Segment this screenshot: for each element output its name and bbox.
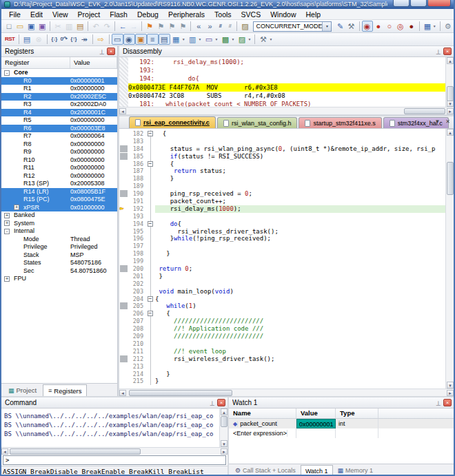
command-window-icon[interactable]: ▭ — [112, 34, 123, 45]
scroll-left-icon[interactable]: ◄ — [119, 108, 126, 114]
analysis-window-dropdown-icon[interactable]: ▼ — [232, 37, 235, 41]
target-select[interactable]: CONCURRENT_MODE▼ — [253, 21, 332, 32]
disassembly-window-icon[interactable]: ◉ — [123, 34, 135, 45]
line-margin[interactable] — [119, 371, 129, 378]
window-select-icon[interactable]: ▦ — [422, 21, 433, 32]
column-type[interactable]: Type — [336, 408, 378, 418]
cut-icon[interactable]: ✂ — [52, 21, 63, 32]
editor-vscrollbar[interactable]: ▲ ▼ — [445, 129, 454, 389]
fold-gutter[interactable] — [147, 167, 155, 175]
scroll-up-icon[interactable]: ▲ — [221, 408, 228, 415]
line-margin[interactable] — [119, 296, 129, 303]
fold-gutter[interactable] — [147, 205, 155, 213]
serial-window-dropdown-icon[interactable]: ▼ — [215, 37, 219, 41]
system-viewer-icon[interactable]: ▨ — [236, 34, 247, 45]
navigate-forward-icon[interactable]: → — [128, 21, 139, 32]
fold-collapse-icon[interactable]: − — [148, 131, 153, 136]
menu-edit[interactable]: Edit — [26, 10, 48, 19]
fold-collapse-icon[interactable]: − — [148, 161, 153, 167]
fold-gutter[interactable] — [147, 340, 155, 348]
redo-icon[interactable]: ↷ — [101, 21, 112, 32]
scroll-right-icon[interactable]: ► — [221, 448, 228, 455]
fold-gutter[interactable] — [147, 235, 155, 242]
editor-hscrollbar[interactable]: ◄ ► — [119, 389, 454, 396]
line-margin[interactable] — [119, 302, 129, 310]
code-line-200[interactable]: 200 return 0; — [119, 265, 454, 273]
line-margin[interactable] — [119, 265, 129, 273]
line-margin[interactable] — [119, 153, 129, 161]
indent-icon[interactable]: » — [204, 21, 215, 32]
scroll-left-icon[interactable]: ◄ — [1, 448, 8, 455]
tab-watch-1[interactable]: Watch 1 — [301, 465, 333, 476]
line-margin[interactable] — [119, 310, 129, 318]
register-row-banked[interactable]: +Banked — [1, 211, 117, 220]
menu-debug[interactable]: Debug — [132, 10, 163, 19]
command-hscrollbar[interactable]: ◄ ► — [1, 447, 228, 455]
tab-startup-stm32f411xe-s[interactable]: startup_stm32f411xe.s — [299, 117, 381, 128]
code-line-191[interactable]: 191 packet_count++; — [119, 198, 454, 205]
new-file-icon[interactable]: □ — [3, 21, 14, 32]
line-margin[interactable] — [119, 340, 129, 348]
tab-project[interactable]: ▦Project — [3, 384, 42, 396]
menu-flash[interactable]: Flash — [105, 10, 132, 19]
symbol-window-icon[interactable]: ▣ — [135, 34, 147, 45]
line-margin[interactable] — [119, 273, 129, 280]
line-margin[interactable] — [119, 167, 129, 175]
close-icon[interactable]: × — [107, 48, 115, 55]
line-margin[interactable] — [119, 145, 129, 153]
code-line-210[interactable]: 210 — [119, 340, 454, 348]
register-row-r9[interactable]: R90x00000000 — [1, 148, 117, 156]
copy-icon[interactable]: ▥ — [63, 21, 74, 32]
manage-runtime-env-icon[interactable]: ✎ — [334, 21, 345, 32]
scroll-thumb[interactable] — [10, 448, 141, 455]
line-margin[interactable] — [119, 242, 129, 250]
expand-icon[interactable]: + — [4, 213, 10, 218]
register-row-r13-sp[interactable]: R13 (SP)0x20005308 — [1, 180, 117, 188]
fold-gutter[interactable]: − — [147, 220, 155, 228]
bookmark-clear-icon[interactable]: ⚑ — [177, 21, 188, 32]
title-bar[interactable]: D:\Raj\Project_Data\WSC_EVK_2.0\Jan15\Up… — [1, 0, 454, 9]
chevron-down-icon[interactable]: ▼ — [322, 22, 331, 31]
step-over-icon[interactable]: 0↷ — [59, 34, 69, 45]
scroll-thumb[interactable] — [447, 162, 454, 195]
run-icon[interactable]: ⇨ — [95, 34, 107, 45]
register-row-internal[interactable]: -Internal — [1, 227, 117, 236]
command-input[interactable]: > — [3, 455, 226, 465]
tab-memory-1[interactable]: ▦Memory 1 — [333, 465, 378, 476]
fold-gutter[interactable]: − — [147, 296, 155, 303]
save-all-icon[interactable]: ▣ — [37, 21, 48, 32]
unindent-icon[interactable]: « — [193, 21, 204, 32]
register-row-states[interactable]: States548075186 — [1, 259, 117, 267]
tab-call-stack-locals[interactable]: ⚙Call Stack + Locals — [230, 465, 301, 476]
watch-row-packet-count[interactable]: ◆packet_count0x00000001int — [229, 419, 454, 428]
line-margin[interactable] — [119, 288, 129, 296]
bookmark-prev-icon[interactable]: ⚑ — [155, 21, 166, 32]
watch-value[interactable] — [296, 428, 336, 438]
code-line-188[interactable]: 188 } — [119, 175, 454, 183]
debug-toolbox-dropdown-icon[interactable]: ▼ — [269, 37, 272, 41]
stop-icon[interactable]: ⊗ — [33, 34, 45, 45]
register-row-system[interactable]: +System — [1, 220, 117, 228]
line-margin[interactable] — [119, 220, 129, 228]
code-line-207[interactable]: 207 //////////////////////// — [119, 318, 454, 325]
scroll-thumb[interactable] — [221, 416, 228, 427]
serial-window-icon[interactable]: ▭ — [203, 34, 215, 45]
fold-gutter[interactable] — [147, 145, 155, 153]
register-row-core[interactable]: -Core — [1, 69, 117, 77]
line-margin[interactable] — [119, 355, 129, 363]
watch-window-dropdown-icon[interactable]: ▼ — [182, 37, 185, 41]
register-row-r5[interactable]: R50x00000000 — [1, 116, 117, 125]
register-row-r7[interactable]: R70x00000064 — [1, 132, 117, 141]
line-margin[interactable] — [119, 175, 129, 183]
fold-gutter[interactable] — [147, 302, 155, 310]
line-margin[interactable] — [119, 325, 129, 333]
scroll-thumb[interactable] — [129, 390, 232, 396]
register-row-r2[interactable]: R20x20002E5C — [1, 93, 117, 101]
line-margin[interactable] — [119, 213, 129, 220]
register-row-r4[interactable]: R40x2000001C — [1, 109, 117, 117]
insert-breakpoint-icon[interactable]: ● — [373, 21, 384, 32]
code-line-183[interactable]: 183 — [119, 138, 454, 145]
close-document-icon[interactable]: ✕ — [445, 118, 450, 125]
menu-svcs[interactable]: SVCS — [236, 10, 266, 19]
disassembly-vscrollbar[interactable]: ▲ ▼ — [445, 57, 454, 107]
